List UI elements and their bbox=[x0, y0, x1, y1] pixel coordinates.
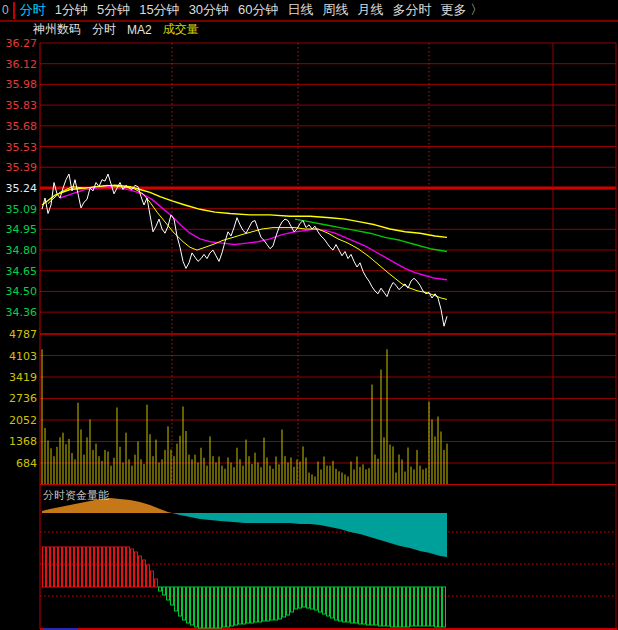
fund-bar-negative bbox=[355, 587, 358, 623]
tab-6[interactable]: 日线 bbox=[288, 1, 314, 19]
price-axis-label: 35.09 bbox=[6, 203, 38, 216]
price-axis-label: 35.68 bbox=[6, 120, 38, 133]
price-axis-label: 36.27 bbox=[6, 37, 38, 50]
fund-bar-negative bbox=[311, 587, 314, 609]
fund-bar-negative bbox=[399, 587, 402, 627]
menubar-divider bbox=[13, 2, 15, 19]
fund-bar-negative bbox=[351, 587, 354, 623]
fund-bar-negative bbox=[207, 587, 210, 628]
fund-bar-negative bbox=[295, 587, 298, 609]
fund-bar-negative bbox=[375, 587, 378, 625]
fund-bar-negative bbox=[367, 587, 370, 625]
fund-bar-negative bbox=[403, 587, 406, 627]
fund-bar-negative bbox=[179, 587, 182, 616]
fund-bar-negative bbox=[419, 587, 422, 626]
fund-bar-negative bbox=[159, 587, 162, 591]
price-axis-label: 34.65 bbox=[6, 265, 38, 278]
fund-bar-negative bbox=[343, 587, 346, 622]
fund-panel-title: 分时资金量能 bbox=[43, 489, 109, 502]
fund-bar-negative bbox=[219, 587, 222, 628]
fund-bar-negative bbox=[347, 587, 350, 622]
fund-bar-negative bbox=[223, 587, 226, 627]
volume-axis-label: 3419 bbox=[9, 371, 37, 384]
fund-bar-negative bbox=[303, 587, 306, 607]
volume-axis-label: 1368 bbox=[9, 435, 37, 448]
tab-3[interactable]: 15分钟 bbox=[139, 1, 179, 19]
price-axis-label: 35.53 bbox=[6, 141, 38, 154]
fund-bar-positive bbox=[151, 571, 154, 587]
volume-axis-label: 2736 bbox=[9, 392, 37, 405]
fund-bar-positive bbox=[75, 547, 78, 587]
trading-app-window: 0 分时1分钟5分钟15分钟30分钟60分钟日线周线月线多分时更多 〉 神州数码… bbox=[0, 0, 618, 630]
volume-axis-label: 4787 bbox=[9, 328, 37, 341]
tab-7[interactable]: 周线 bbox=[323, 1, 349, 19]
fund-bar-negative bbox=[443, 587, 446, 627]
fund-bar-negative bbox=[299, 587, 302, 608]
tab-4[interactable]: 30分钟 bbox=[189, 1, 229, 19]
fund-bar-negative bbox=[187, 587, 190, 623]
fund-bar-positive bbox=[123, 547, 126, 587]
fund-bar-negative bbox=[335, 587, 338, 620]
fund-bar-negative bbox=[199, 587, 202, 628]
fund-bar-negative bbox=[259, 587, 262, 622]
fund-bar-negative bbox=[279, 587, 282, 619]
fund-bar-negative bbox=[263, 587, 266, 621]
fund-bar-negative bbox=[319, 587, 322, 612]
price-axis-label: 34.95 bbox=[6, 223, 38, 236]
fund-bar-positive bbox=[63, 547, 66, 587]
ma-line-mid bbox=[60, 187, 447, 280]
fund-bar-negative bbox=[363, 587, 366, 624]
fund-bar-positive bbox=[55, 547, 58, 587]
fund-bar-positive bbox=[131, 549, 134, 587]
fund-bar-negative bbox=[231, 587, 234, 626]
tab-2[interactable]: 5分钟 bbox=[97, 1, 130, 19]
fund-bar-negative bbox=[415, 587, 418, 626]
fund-bar-positive bbox=[67, 547, 70, 587]
fund-bar-negative bbox=[215, 587, 218, 628]
fund-bar-negative bbox=[287, 587, 290, 615]
fund-bar-negative bbox=[243, 587, 246, 624]
chart-canvas[interactable]: 36.2736.1235.9835.8335.6835.5335.3935.24… bbox=[0, 36, 618, 630]
tab-1[interactable]: 1分钟 bbox=[55, 1, 88, 19]
fund-bar-negative bbox=[427, 587, 430, 626]
tab-9[interactable]: 多分时 bbox=[393, 1, 432, 19]
fund-bar-positive bbox=[139, 556, 142, 587]
fund-bar-negative bbox=[203, 587, 206, 628]
price-axis-label: 36.12 bbox=[6, 58, 38, 71]
fund-bar-positive bbox=[119, 547, 122, 587]
fund-bar-positive bbox=[91, 547, 94, 587]
price-axis-label: 35.98 bbox=[6, 78, 38, 91]
fund-bar-negative bbox=[431, 587, 434, 626]
volume-axis-label: 4103 bbox=[9, 350, 37, 363]
fund-bar-negative bbox=[387, 587, 390, 626]
fund-bar-negative bbox=[283, 587, 286, 617]
fund-bar-negative bbox=[423, 587, 426, 626]
fund-bar-positive bbox=[87, 547, 90, 587]
tab-8[interactable]: 月线 bbox=[358, 1, 384, 19]
fund-bar-positive bbox=[111, 547, 114, 587]
toolbar-fragment: 0 bbox=[2, 3, 9, 17]
fund-bar-positive bbox=[147, 565, 150, 587]
fund-bar-negative bbox=[371, 587, 374, 625]
fund-bar-negative bbox=[251, 587, 254, 623]
fund-bar-positive bbox=[59, 547, 62, 587]
tab-10[interactable]: 更多 〉 bbox=[441, 1, 484, 19]
fund-bar-positive bbox=[47, 547, 50, 587]
price-axis-label: 34.80 bbox=[6, 244, 38, 257]
fund-bar-negative bbox=[307, 587, 310, 608]
fund-area-negative bbox=[172, 513, 447, 557]
fund-bar-negative bbox=[211, 587, 214, 628]
fund-bar-negative bbox=[407, 587, 410, 627]
fund-bar-positive bbox=[83, 547, 86, 587]
fund-bar-positive bbox=[115, 547, 118, 587]
tab-0[interactable]: 分时 bbox=[20, 1, 46, 19]
fund-bar-negative bbox=[271, 587, 274, 620]
fund-bar-positive bbox=[155, 579, 158, 587]
fund-bar-negative bbox=[227, 587, 230, 627]
fund-bar-negative bbox=[411, 587, 414, 626]
fund-bar-positive bbox=[107, 547, 110, 587]
price-axis-label: 35.24 bbox=[6, 182, 38, 195]
price-axis-label: 35.39 bbox=[6, 161, 38, 174]
tab-5[interactable]: 60分钟 bbox=[238, 1, 278, 19]
fund-bar-positive bbox=[95, 547, 98, 587]
